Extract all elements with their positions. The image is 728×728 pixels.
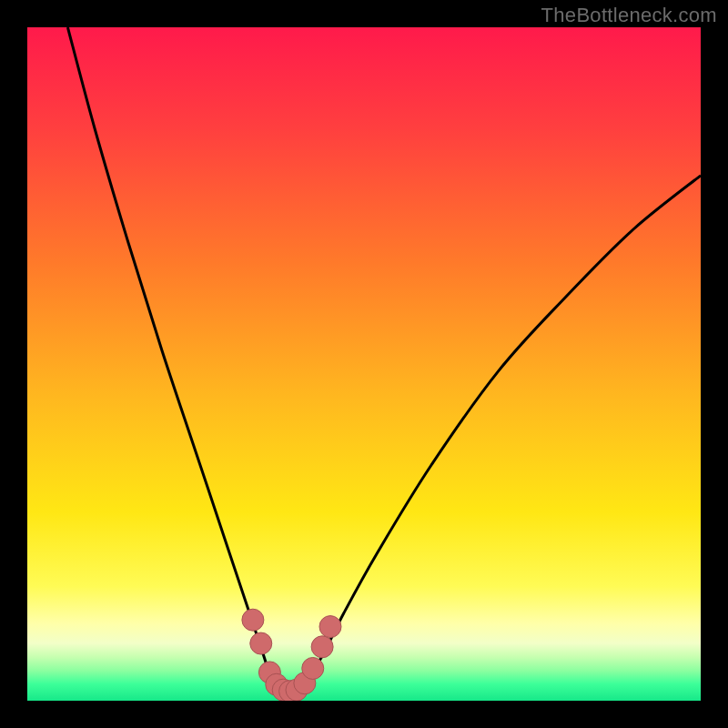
marker-group (242, 609, 341, 701)
plot-area (27, 27, 701, 701)
curve-layer (27, 27, 701, 701)
chart-frame: TheBottleneck.com (0, 0, 728, 728)
curve-marker (250, 632, 272, 654)
curve-marker (302, 657, 324, 679)
curve-marker (242, 609, 264, 631)
watermark-text: TheBottleneck.com (541, 4, 717, 27)
curve-marker (311, 636, 333, 658)
bottleneck-curve (67, 27, 701, 692)
curve-marker (319, 616, 341, 638)
